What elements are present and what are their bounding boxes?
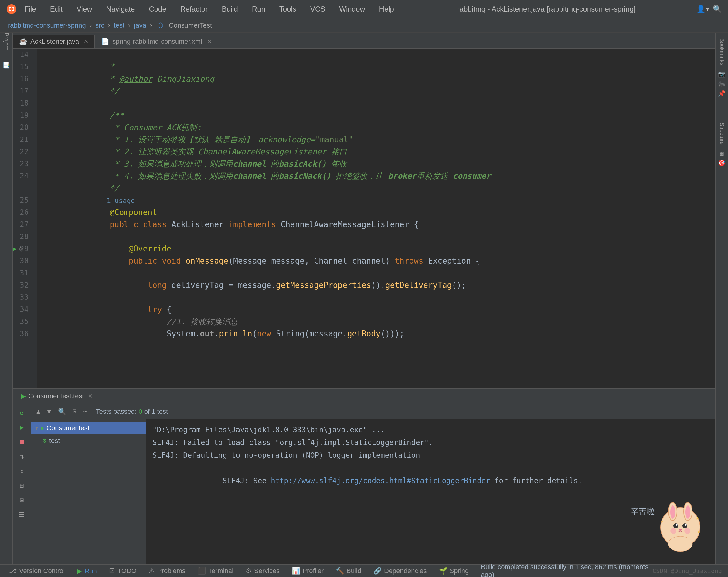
code-line-28: @Override — [43, 230, 709, 243]
run-panel: ▶ ConsumerTest.test ✕ ↺ ▶ ■ ⇅ ↕ ⊞ ⊟ ☰ — [13, 388, 715, 564]
svg-point-6 — [685, 505, 691, 519]
up-arrow-btn[interactable]: ▲ — [35, 407, 42, 416]
breadcrumb-sep-4: › — [150, 22, 152, 29]
bottom-tab-run[interactable]: ▶ Run — [71, 565, 103, 577]
tree-expand-icon: ▾ — [35, 425, 38, 431]
bottom-tab-dependencies[interactable]: 🔗 Dependencies — [367, 565, 433, 577]
code-line-31: long deliveryTag = message.getMessagePro… — [43, 267, 709, 279]
svg-point-10 — [685, 524, 687, 526]
menu-refactor[interactable]: Refactor — [178, 4, 210, 15]
svg-point-5 — [670, 505, 675, 519]
menu-run[interactable]: Run — [250, 4, 268, 15]
expand-button[interactable]: ⊞ — [16, 479, 28, 491]
structure-label[interactable]: Structure — [719, 120, 725, 147]
code-content[interactable]: * * @author DingJiaxiong */ /** — [37, 49, 715, 388]
sidebar-bookmarks-icon[interactable]: 📑 — [1, 59, 12, 71]
svg-point-12 — [670, 528, 676, 534]
menu-code[interactable]: Code — [146, 4, 168, 15]
breadcrumb-java[interactable]: java — [134, 22, 146, 29]
menu-view[interactable]: View — [74, 4, 95, 15]
stop-button[interactable]: ■ — [16, 436, 28, 448]
export-btn[interactable]: ⎘ — [72, 407, 78, 416]
camera-icon[interactable]: 📷 — [718, 71, 726, 78]
tab-close-acklistener[interactable]: ✕ — [84, 38, 88, 45]
test-status: Tests passed: 0 of 1 test — [96, 408, 168, 416]
menu-window[interactable]: Window — [337, 4, 367, 15]
test-tree: ▾ ● ConsumerTest ⚙ test — [31, 419, 146, 564]
sort-button[interactable]: ⇅ — [16, 450, 28, 462]
code-line-15: * @author DingJiaxiong — [43, 61, 709, 73]
console-line-4: SLF4J: See http://www.slf4j.org/codes.ht… — [152, 462, 709, 500]
svg-point-13 — [684, 528, 691, 534]
search-everywhere-icon[interactable]: 🔍 — [713, 5, 722, 13]
bottom-tab-problems[interactable]: ⚠ Problems — [143, 565, 191, 577]
ant-icon[interactable]: 🐜 — [718, 80, 726, 87]
sort-alpha-button[interactable]: ↕ — [16, 465, 28, 477]
menu-build[interactable]: Build — [219, 4, 240, 15]
bottom-tab-services[interactable]: ⚙ Services — [239, 565, 286, 577]
menu-bar[interactable]: File Edit View Navigate Code Refactor Bu… — [22, 4, 396, 15]
code-line-14: * — [43, 49, 709, 61]
dependencies-icon: 🔗 — [373, 567, 382, 575]
svg-point-11 — [679, 529, 682, 530]
spring-icon: 🌱 — [439, 567, 447, 575]
bottom-tab-build[interactable]: 🔨 Build — [330, 565, 367, 577]
bottom-tab-spring[interactable]: 🌱 Spring — [433, 565, 475, 577]
svg-point-7 — [673, 523, 678, 528]
tab-close-xml[interactable]: ✕ — [207, 38, 212, 45]
bottom-bar: ⎇ Version Control ▶ Run ☑ TODO ⚠ Problem… — [0, 564, 728, 577]
tree-item-consumertest[interactable]: ▾ ● ConsumerTest — [31, 422, 146, 434]
svg-text:✦: ✦ — [697, 529, 700, 534]
run-content: ▾ ● ConsumerTest ⚙ test "D:\Program Fi — [31, 419, 715, 564]
menu-file[interactable]: File — [22, 4, 38, 15]
tab-spring-xml[interactable]: 📄 spring-rabbitmq-consumer.xml ✕ — [95, 35, 218, 48]
run-tab-close[interactable]: ✕ — [88, 393, 93, 400]
tree-item-test[interactable]: ⚙ test — [31, 434, 146, 447]
slf4j-link[interactable]: http://www.slf4j.org/codes.html#StaticLo… — [271, 476, 490, 485]
down-arrow-btn[interactable]: ▼ — [46, 407, 52, 416]
run-toolbar-top: ▲ ▼ 🔍 ⎘ ⋯ Tests passed: 0 of 1 test — [31, 404, 715, 419]
breadcrumb-test[interactable]: test — [114, 22, 125, 29]
bottom-tab-terminal[interactable]: ⬛ Terminal — [191, 565, 239, 577]
collapse-button[interactable]: ⊟ — [16, 494, 28, 506]
bottom-tab-todo[interactable]: ☑ TODO — [103, 565, 143, 577]
build-status: Build completed successfully in 1 sec, 8… — [475, 563, 652, 577]
run-icon: ▶ — [21, 392, 26, 400]
breadcrumb-sep-1: › — [89, 22, 92, 29]
app-logo: IJ — [6, 4, 17, 15]
tab-acklistener[interactable]: ☕ AckListener.java ✕ — [13, 35, 95, 48]
code-line-19: * Consumer ACK机制: — [43, 109, 709, 121]
breadcrumb-src[interactable]: src — [95, 22, 104, 29]
target-icon[interactable]: 🎯 — [718, 159, 726, 167]
code-line-17 — [43, 85, 709, 97]
svg-text:★: ★ — [696, 514, 699, 521]
run-panel-inner: ▲ ▼ 🔍 ⎘ ⋯ Tests passed: 0 of 1 test — [31, 404, 715, 564]
console-line-1: "D:\Program Files\Java\jdk1.8.0_333\bin\… — [152, 423, 709, 436]
filter-button[interactable]: ☰ — [16, 509, 28, 521]
run-tab-bar: ▶ ConsumerTest.test ✕ — [13, 389, 715, 404]
menu-edit[interactable]: Edit — [48, 4, 65, 15]
run-tab-consumertest[interactable]: ▶ ConsumerTest.test ✕ — [16, 390, 98, 403]
menu-navigate[interactable]: Navigate — [104, 4, 137, 15]
title-right-icons: 👤▾ 🔍 — [696, 5, 722, 13]
sidebar-project-icon[interactable]: Project — [1, 36, 12, 47]
bottom-tab-profiler[interactable]: 📊 Profiler — [286, 565, 330, 577]
breadcrumb-project[interactable]: rabbitmq-consumer-spring — [8, 22, 86, 29]
user-icon[interactable]: 👤▾ — [696, 5, 710, 13]
more-btn[interactable]: ⋯ — [82, 407, 89, 416]
vcs-icon: ⎇ — [9, 567, 17, 575]
rerun-button[interactable]: ↺ — [16, 407, 28, 419]
search-btn[interactable]: 🔍 — [57, 407, 68, 416]
run-button[interactable]: ▶ — [16, 421, 28, 433]
menu-help[interactable]: Help — [377, 4, 396, 15]
bottom-tab-version-control[interactable]: ⎇ Version Control — [3, 565, 71, 577]
bookmarks-label[interactable]: Bookmarks — [719, 36, 725, 68]
menu-tools[interactable]: Tools — [277, 4, 299, 15]
csdn-watermark: CSDN @Ding_Jiaxiong — [652, 567, 722, 575]
services-icon: ⚙ — [245, 567, 252, 575]
run-vertical-toolbar: ↺ ▶ ■ ⇅ ↕ ⊞ ⊟ ☰ — [13, 404, 31, 564]
table-icon[interactable]: ▦ — [720, 149, 724, 157]
menu-vcs[interactable]: VCS — [308, 4, 328, 15]
code-line-25: @Component — [43, 194, 709, 206]
pin-icon[interactable]: 📌 — [718, 90, 726, 97]
